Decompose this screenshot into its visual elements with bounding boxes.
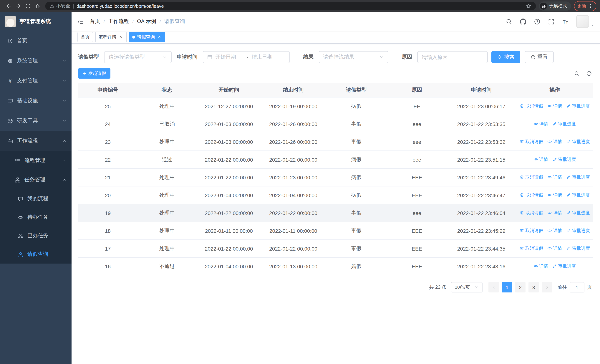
approval-progress-link[interactable]: 审批进度 [566, 174, 590, 180]
approval-progress-link[interactable]: 审批进度 [566, 228, 590, 234]
action-label: 取消请假 [525, 103, 543, 109]
sidebar-item-done-tasks[interactable]: 已办任务 [0, 226, 72, 245]
user-icon [18, 252, 23, 257]
detail-link[interactable]: 详情 [548, 210, 562, 216]
font-size-icon[interactable]: TT [562, 18, 569, 25]
page-button-1[interactable]: 1 [502, 282, 512, 292]
sidebar-item-task-management[interactable]: 任务管理 [0, 170, 72, 189]
browser-menu-button[interactable]: 更新 [574, 1, 596, 11]
cell-start: 2022-01-03 00:00:00 [197, 133, 261, 151]
breadcrumb-item-2[interactable]: 工作流程 [108, 18, 129, 25]
reset-button[interactable]: 重置 [525, 51, 554, 63]
detail-link[interactable]: 详情 [548, 192, 562, 198]
kebab-menu-icon[interactable] [588, 4, 593, 9]
apply-time-range-picker[interactable]: 开始日期 - 结束日期 [203, 51, 290, 63]
detail-link[interactable]: 详情 [534, 121, 548, 127]
toggle-search-icon[interactable] [574, 71, 580, 76]
reload-button[interactable] [23, 1, 33, 11]
approval-progress-link[interactable]: 审批进度 [552, 156, 576, 163]
sidebar-item-dev-tools[interactable]: 研发工具 [0, 111, 72, 131]
cell-applied: 2022-01-22 23:46:04 [447, 204, 516, 222]
back-button[interactable] [4, 1, 13, 11]
tab-leave-query[interactable]: 请假查询× [129, 32, 165, 42]
cancel-leave-link[interactable]: 取消请假 [520, 174, 543, 180]
prev-page-button[interactable] [488, 282, 499, 292]
approval-progress-link[interactable]: 审批进度 [566, 210, 590, 216]
cell-applied: 2022-01-22 23:43:16 [447, 257, 516, 275]
start-date-placeholder[interactable]: 开始日期 [215, 54, 244, 60]
help-icon[interactable]: ? [534, 18, 540, 25]
approval-progress-link[interactable]: 审批进度 [566, 139, 590, 145]
fullscreen-icon[interactable] [548, 18, 554, 25]
search-button[interactable]: 搜索 [491, 51, 520, 63]
cancel-leave-link[interactable]: 取消请假 [520, 103, 543, 109]
url-text[interactable]: dashboard.yudao.iocoder.cn/bpm/oa/leave [76, 3, 164, 9]
approval-progress-link[interactable]: 审批进度 [552, 121, 576, 127]
cancel-leave-link[interactable]: 取消请假 [520, 192, 543, 198]
app-logo[interactable]: 芋道管理系统 [0, 12, 72, 31]
user-avatar-menu[interactable] [576, 15, 594, 28]
cell-end: 2022-01-22 00:00:00 [261, 151, 326, 168]
cancel-leave-link[interactable]: 取消请假 [520, 139, 543, 145]
tab-process-detail[interactable]: 流程详情× [95, 32, 127, 42]
result-select[interactable]: 请选择流结果 [319, 51, 388, 63]
detail-link[interactable]: 详情 [548, 228, 562, 234]
detail-link[interactable]: 详情 [548, 103, 562, 109]
cancel-leave-link[interactable]: 取消请假 [520, 210, 543, 216]
column-header: 请假类型 [325, 83, 387, 97]
reason-input[interactable] [417, 51, 488, 63]
end-date-placeholder[interactable]: 结束日期 [252, 54, 280, 60]
breadcrumb-item-3[interactable]: OA 示例 [137, 18, 156, 25]
detail-link[interactable]: 详情 [548, 245, 562, 252]
cell-end: 2022-01-19 00:00:00 [261, 97, 326, 115]
sidebar-item-infrastructure[interactable]: 基础设施 [0, 91, 72, 111]
tab-home[interactable]: 首页 [77, 32, 93, 42]
table-refresh-icon[interactable] [586, 71, 592, 76]
goto-label: 前往 [557, 284, 567, 291]
sidebar-item-system-management[interactable]: 系统管理 [0, 51, 72, 71]
chevron-down-icon [163, 55, 167, 59]
forward-button[interactable] [13, 1, 23, 11]
page-button-2[interactable]: 2 [515, 282, 525, 292]
sidebar-item-process-management[interactable]: 流程管理 [0, 151, 72, 170]
breadcrumb-item-1[interactable]: 首页 [90, 18, 100, 25]
incognito-icon [540, 3, 547, 10]
sidebar-item-leave-query[interactable]: 请假查询 [0, 245, 72, 263]
security-label[interactable]: 不安全 [56, 3, 70, 9]
approval-progress-link[interactable]: 审批进度 [566, 192, 590, 198]
cancel-leave-link[interactable]: 取消请假 [520, 245, 543, 252]
sidebar-item-home[interactable]: 首页 [0, 31, 72, 51]
detail-link[interactable]: 详情 [534, 263, 548, 270]
action-label: 审批进度 [572, 103, 590, 109]
goto-page-input[interactable] [570, 282, 584, 292]
cancel-leave-link[interactable]: 取消请假 [520, 228, 543, 234]
create-leave-button[interactable]: 发起请假 [78, 68, 111, 79]
sidebar-item-todo-tasks[interactable]: 待办任务 [0, 208, 72, 226]
leave-type-select[interactable]: 请选择请假类型 [104, 51, 172, 63]
cell-reason: EEE [387, 240, 447, 257]
page-button-3[interactable]: 3 [528, 282, 539, 292]
approval-progress-link[interactable]: 审批进度 [566, 245, 590, 252]
approval-progress-link[interactable]: 审批进度 [566, 103, 590, 109]
header-search-icon[interactable] [506, 18, 512, 25]
tab-close-icon[interactable]: × [157, 35, 162, 40]
home-button[interactable] [33, 1, 42, 11]
github-icon[interactable] [520, 18, 526, 25]
sidebar-item-workflow[interactable]: 工作流程 [0, 131, 72, 151]
detail-link[interactable]: 详情 [548, 139, 562, 145]
cell-applied: 2022-01-22 23:44:35 [447, 240, 516, 257]
sidebar-collapse-button[interactable] [77, 18, 84, 25]
detail-link[interactable]: 详情 [548, 174, 562, 180]
sidebar-item-my-process[interactable]: 我的流程 [0, 189, 72, 208]
next-page-button[interactable] [542, 282, 552, 292]
detail-link[interactable]: 详情 [534, 156, 548, 163]
approval-progress-link[interactable]: 审批进度 [552, 263, 576, 270]
incognito-badge: 无痕模式 [539, 1, 571, 11]
page-size-select[interactable]: 10条/页 [451, 282, 483, 292]
update-label[interactable]: 更新 [577, 3, 586, 9]
tab-close-icon[interactable]: × [118, 35, 123, 40]
sidebar-item-payment-management[interactable]: ¥支付管理 [0, 71, 72, 91]
address-bar[interactable]: 不安全 dashboard.yudao.iocoder.cn/bpm/oa/le… [45, 2, 536, 10]
bookmark-star-icon[interactable] [526, 3, 531, 9]
table-row: 21处理中2022-01-22 00:00:002022-01-23 00:00… [78, 168, 593, 186]
